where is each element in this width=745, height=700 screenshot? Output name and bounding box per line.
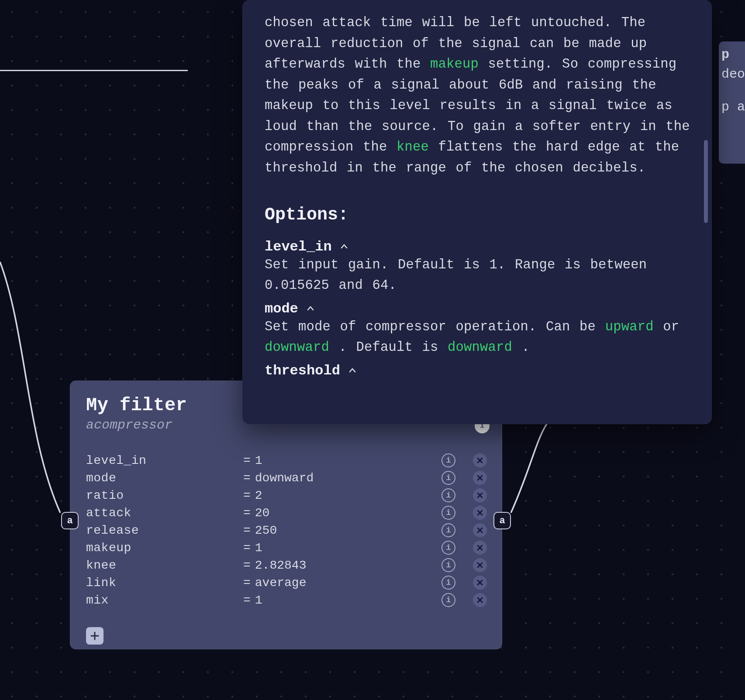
- param-value[interactable]: 2.82843: [255, 559, 441, 572]
- option-name: level_in: [265, 239, 332, 255]
- param-info-icon[interactable]: i: [441, 593, 455, 607]
- param-value[interactable]: 20: [255, 506, 441, 520]
- param-row: link = average i: [86, 574, 487, 591]
- keyword-makeup: makeup: [430, 57, 479, 72]
- param-row: mode = downward i: [86, 469, 487, 487]
- option-desc: Set input gain. Default is 1. Range is b…: [265, 255, 690, 296]
- param-equals: =: [243, 489, 251, 502]
- param-row: knee = 2.82843 i: [86, 556, 487, 574]
- bg-frag-line: deo.: [721, 65, 745, 83]
- param-name: ratio: [86, 489, 243, 502]
- doc-text: or: [654, 319, 679, 334]
- keyword-downward: downward: [265, 340, 329, 355]
- param-name: link: [86, 576, 243, 590]
- chevron-up-icon: [348, 366, 357, 375]
- param-equals: =: [243, 541, 251, 555]
- option-header-threshold[interactable]: threshold: [265, 363, 690, 379]
- param-name: mode: [86, 471, 243, 485]
- param-delete-icon[interactable]: [473, 593, 487, 607]
- param-equals: =: [243, 524, 251, 537]
- param-row: mix = 1 i: [86, 591, 487, 609]
- param-name: level_in: [86, 454, 243, 467]
- param-delete-icon[interactable]: [473, 471, 487, 485]
- doc-paragraph: chosen attack time will be left untouche…: [265, 13, 690, 179]
- param-equals: =: [243, 454, 251, 467]
- doc-text: Set mode of compressor operation. Can be: [265, 319, 605, 334]
- param-info-icon[interactable]: i: [441, 541, 455, 555]
- param-name: attack: [86, 506, 243, 520]
- param-equals: =: [243, 594, 251, 607]
- param-equals: =: [243, 471, 251, 485]
- param-row: ratio = 2 i: [86, 487, 487, 504]
- param-delete-icon[interactable]: [473, 576, 487, 590]
- param-info-icon[interactable]: i: [441, 558, 455, 572]
- param-name: makeup: [86, 541, 243, 555]
- param-value[interactable]: average: [255, 576, 441, 590]
- add-param-button[interactable]: [86, 627, 103, 645]
- option-name: threshold: [265, 363, 340, 379]
- chevron-up-icon: [340, 242, 348, 251]
- param-name: knee: [86, 559, 243, 572]
- node-input-port[interactable]: a: [61, 512, 79, 529]
- param-delete-icon[interactable]: [473, 523, 487, 537]
- param-info-icon[interactable]: i: [441, 488, 455, 502]
- wire-segment-top: [0, 70, 188, 71]
- param-delete-icon[interactable]: [473, 558, 487, 572]
- bg-frag-line: p: [721, 46, 729, 63]
- background-node-fragment: p deo. p ac: [719, 41, 745, 164]
- param-info-icon[interactable]: i: [441, 523, 455, 537]
- param-value[interactable]: downward: [255, 471, 441, 485]
- param-list: level_in = 1 i mode = downward i ratio =…: [86, 452, 487, 609]
- node-output-port[interactable]: a: [493, 512, 511, 529]
- bg-frag-line: p ac: [721, 98, 745, 116]
- param-info-icon[interactable]: i: [441, 471, 455, 485]
- doc-text: . Default is: [329, 340, 448, 355]
- param-row: makeup = 1 i: [86, 539, 487, 556]
- doc-options-heading: Options:: [265, 205, 690, 225]
- option-name: mode: [265, 301, 298, 317]
- param-row: attack = 20 i: [86, 504, 487, 522]
- keyword-knee: knee: [397, 140, 429, 154]
- doc-popover: chosen attack time will be left untouche…: [242, 0, 712, 424]
- param-value[interactable]: 1: [255, 541, 441, 555]
- param-delete-icon[interactable]: [473, 453, 487, 467]
- param-value[interactable]: 1: [255, 594, 441, 607]
- param-equals: =: [243, 506, 251, 520]
- param-value[interactable]: 250: [255, 524, 441, 537]
- keyword-downward: downward: [448, 340, 512, 355]
- param-equals: =: [243, 576, 251, 590]
- option-desc: Set mode of compressor operation. Can be…: [265, 317, 690, 358]
- doc-text: .: [512, 340, 530, 355]
- option-header-level-in[interactable]: level_in: [265, 239, 690, 255]
- param-name: release: [86, 524, 243, 537]
- param-delete-icon[interactable]: [473, 488, 487, 502]
- chevron-up-icon: [306, 304, 315, 313]
- param-value[interactable]: 1: [255, 454, 441, 467]
- doc-scrollbar[interactable]: [704, 140, 708, 223]
- keyword-upward: upward: [605, 319, 654, 334]
- param-delete-icon[interactable]: [473, 506, 487, 520]
- param-row: level_in = 1 i: [86, 452, 487, 469]
- param-name: mix: [86, 594, 243, 607]
- param-equals: =: [243, 559, 251, 572]
- param-delete-icon[interactable]: [473, 541, 487, 555]
- param-info-icon[interactable]: i: [441, 453, 455, 467]
- param-info-icon[interactable]: i: [441, 506, 455, 520]
- option-header-mode[interactable]: mode: [265, 301, 690, 317]
- param-value[interactable]: 2: [255, 489, 441, 502]
- param-info-icon[interactable]: i: [441, 576, 455, 590]
- param-row: release = 250 i: [86, 522, 487, 539]
